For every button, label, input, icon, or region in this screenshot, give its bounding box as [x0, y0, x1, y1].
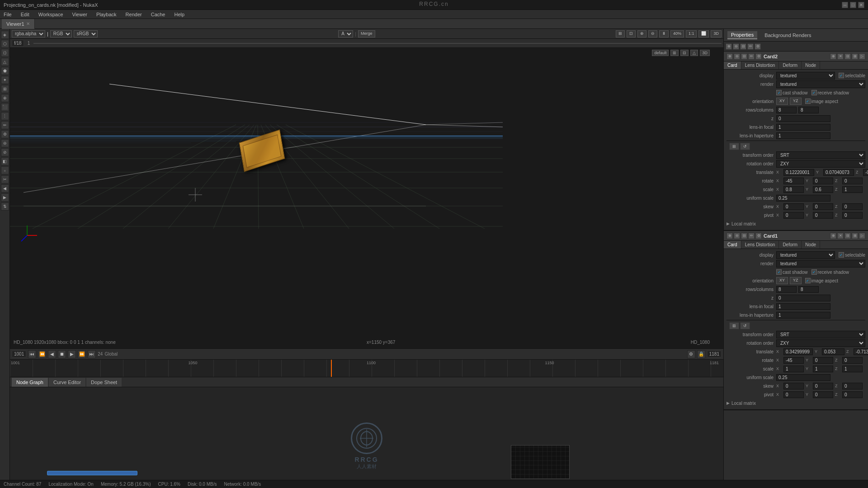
menu-viewer[interactable]: Viewer: [71, 12, 89, 17]
card1-right-1[interactable]: ⊕: [830, 233, 836, 239]
props-btn-4[interactable]: ✏: [747, 43, 754, 50]
card2-receive-shadow-check[interactable]: [811, 90, 817, 95]
viewer-fps[interactable]: 1:1: [686, 30, 697, 38]
node-graph[interactable]: RRCG 人人素材: [10, 387, 723, 488]
tl-btn-play-rev[interactable]: ◀: [48, 350, 56, 358]
card2-z-val[interactable]: 0: [776, 115, 830, 122]
card2-right-4[interactable]: ⊞: [852, 53, 858, 60]
viewer-btn-pause[interactable]: ⏸: [659, 30, 669, 38]
card2-sx[interactable]: 0.8: [783, 186, 804, 193]
menu-workspace[interactable]: Workspace: [37, 12, 65, 17]
card2-rz[interactable]: 0: [842, 178, 863, 184]
toolbar-btn-4[interactable]: △: [1, 58, 9, 66]
card2-rows[interactable]: 8: [776, 107, 797, 113]
toolbar-btn-13[interactable]: ⊖: [1, 139, 9, 147]
toolbar-btn-14[interactable]: ⊘: [1, 148, 9, 156]
minimize-button[interactable]: ─: [842, 2, 848, 8]
card2-ry[interactable]: 0: [813, 178, 833, 184]
card1-right-5[interactable]: ▷: [859, 233, 865, 239]
card2-tx[interactable]: 0.12220001: [783, 169, 814, 176]
viewer-zoom-level[interactable]: 40%: [670, 30, 684, 38]
card2-right-1[interactable]: ⊕: [830, 53, 836, 60]
card2-skz[interactable]: 0: [842, 203, 863, 210]
tab-dope-sheet[interactable]: Dope Sheet: [86, 378, 122, 387]
card1-tab-node[interactable]: Node: [802, 241, 820, 249]
tl-btn-lock[interactable]: 🔒: [697, 350, 705, 358]
viewer-btn-zoom[interactable]: ⊕: [637, 30, 646, 38]
menu-edit[interactable]: Edit: [19, 12, 31, 17]
card1-right-2[interactable]: ✕: [837, 233, 844, 239]
menu-cache[interactable]: Cache: [149, 12, 167, 17]
input-select[interactable]: A: [338, 30, 353, 38]
card2-orient-xy[interactable]: XY: [776, 98, 788, 105]
card2-selectable-check[interactable]: [839, 73, 844, 78]
card2-sky[interactable]: 0: [813, 203, 833, 210]
tl-btn-stop[interactable]: ⏹: [58, 350, 66, 358]
card2-rotation-select[interactable]: ZXY: [776, 160, 865, 168]
toolbar-btn-8[interactable]: ⊕: [1, 94, 9, 102]
view-default-btn[interactable]: default: [652, 50, 669, 56]
card2-icon-2[interactable]: ⊖: [734, 53, 740, 60]
card2-hap-val[interactable]: 1: [776, 132, 830, 139]
props-btn-2[interactable]: ⊖: [733, 43, 739, 50]
props-btn-3[interactable]: ⊟: [740, 43, 746, 50]
card1-selectable-check[interactable]: [839, 252, 844, 258]
card2-right-5[interactable]: ▷: [859, 53, 865, 60]
toolbar-btn-19[interactable]: ▶: [1, 193, 9, 202]
card2-ty[interactable]: 0.07040073: [823, 169, 854, 176]
card2-py[interactable]: 0: [813, 212, 833, 219]
card1-py[interactable]: 0: [813, 391, 833, 398]
viewer1-tab[interactable]: Viewer1 ✕: [2, 19, 35, 29]
colorspace-select[interactable]: RGB: [50, 30, 72, 38]
tl-btn-start[interactable]: ⏮: [28, 350, 36, 358]
card1-rz[interactable]: 0: [842, 357, 863, 364]
card1-tx[interactable]: 0.34299999: [783, 348, 813, 355]
card1-uscale[interactable]: 0.25: [776, 374, 830, 381]
toolbar-btn-10[interactable]: ⋮: [1, 112, 9, 120]
card1-sy[interactable]: 1: [813, 366, 833, 372]
merge-label[interactable]: Merge: [358, 30, 375, 38]
card1-rx[interactable]: -45: [783, 357, 804, 364]
toolbar-btn-6[interactable]: ✦: [1, 76, 9, 84]
card2-icon-4[interactable]: ✏: [748, 53, 755, 60]
card1-tab-lens[interactable]: Lens Distortion: [741, 241, 779, 249]
card2-pz[interactable]: 0: [842, 212, 863, 219]
card2-focal-val[interactable]: 1: [776, 124, 830, 131]
card2-sy[interactable]: 0.6: [813, 186, 833, 193]
card1-right-3[interactable]: ⊟: [844, 233, 851, 239]
card2-render-select[interactable]: textured: [776, 80, 865, 88]
frame-end-display[interactable]: 1181: [707, 351, 722, 357]
toolbar-btn-7[interactable]: ⊞: [1, 85, 9, 93]
card1-skz[interactable]: 0: [842, 383, 863, 389]
menu-render[interactable]: Render: [124, 12, 144, 17]
toolbar-btn-3[interactable]: ⟨⟩: [1, 49, 9, 57]
card2-right-3[interactable]: ⊟: [844, 53, 851, 60]
card1-icon-3[interactable]: ⊟: [741, 233, 747, 239]
close-button[interactable]: ✕: [858, 2, 864, 8]
properties-scroll[interactable]: ⊕ ⊖ ⊟ ✏ ⚙ Card2 ⊕ ✕ ⊟ ⊞ ▷: [724, 52, 868, 488]
card1-orient-yz[interactable]: YZ: [790, 277, 802, 284]
card1-hap-val[interactable]: 1: [776, 312, 830, 319]
tab-properties[interactable]: Properties: [727, 31, 757, 39]
view-perspective-btn[interactable]: △: [690, 50, 698, 56]
card1-icon-1[interactable]: ⊕: [726, 233, 733, 239]
menu-playback[interactable]: Playback: [94, 12, 118, 17]
card2-tb-matrix[interactable]: ⊞: [729, 143, 739, 150]
tl-btn-next[interactable]: ⏩: [78, 350, 86, 358]
card1-orient-xy[interactable]: XY: [776, 277, 788, 284]
card1-ry[interactable]: 0: [813, 357, 833, 364]
toolbar-btn-11[interactable]: ✏: [1, 121, 9, 129]
playhead[interactable]: [331, 360, 332, 377]
toolbar-btn-20[interactable]: ⇅: [1, 202, 9, 211]
card2-cast-shadow-check[interactable]: [776, 90, 782, 95]
card1-px[interactable]: 0: [783, 391, 804, 398]
viewport-scrollbar[interactable]: [720, 48, 723, 348]
card2-uscale[interactable]: 0.25: [776, 195, 830, 202]
card1-display-select[interactable]: textured: [776, 251, 835, 259]
card2-icon-1[interactable]: ⊕: [726, 53, 733, 60]
card1-icon-5[interactable]: ⚙: [755, 233, 762, 239]
card2-sz[interactable]: 1: [842, 186, 863, 193]
card1-tb-matrix[interactable]: ⊞: [729, 322, 739, 329]
card1-right-4[interactable]: ⊞: [852, 233, 858, 239]
frame-display[interactable]: f/18: [12, 40, 24, 47]
